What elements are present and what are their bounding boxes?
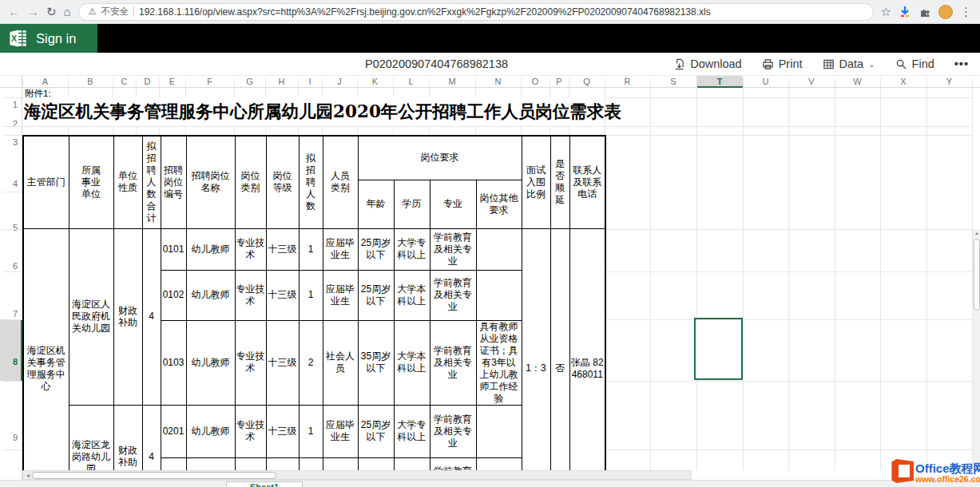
column-header-V[interactable]: V bbox=[808, 77, 814, 86]
forward-icon[interactable]: → bbox=[27, 6, 39, 18]
cell-person[interactable]: 应届毕业生 bbox=[323, 405, 358, 457]
row-header-7[interactable]: 7 bbox=[13, 309, 18, 319]
header-post-name[interactable]: 招聘岗位名称 bbox=[186, 136, 235, 228]
column-header-O[interactable]: O bbox=[532, 77, 539, 86]
bookmark-star-icon[interactable]: ☆ bbox=[881, 6, 891, 18]
sign-in-button[interactable]: Sign in bbox=[36, 31, 76, 46]
cell-name[interactable]: 幼儿教师 bbox=[186, 270, 235, 320]
cell-grade[interactable]: 十三级 bbox=[266, 320, 299, 405]
vertical-scrollbar[interactable]: ▴ bbox=[972, 229, 980, 470]
horizontal-scroll-thumb[interactable] bbox=[32, 472, 276, 479]
cell-count[interactable]: 1 bbox=[299, 270, 323, 320]
cell-name[interactable]: 幼儿教师 bbox=[186, 405, 235, 457]
cell-unit-type[interactable]: 财政补助 bbox=[113, 228, 142, 405]
row-header-3[interactable]: 3 bbox=[13, 137, 18, 147]
column-header-A[interactable]: A bbox=[42, 77, 48, 86]
more-button[interactable]: ••• bbox=[954, 57, 969, 70]
header-count[interactable]: 拟招聘人数 bbox=[299, 136, 323, 228]
cell-age[interactable]: 25周岁以下 bbox=[358, 228, 394, 270]
cell-code[interactable]: 0103 bbox=[161, 320, 186, 405]
column-header-Y[interactable]: Y bbox=[946, 77, 952, 86]
header-interview-ratio[interactable]: 面试入围比例 bbox=[522, 136, 550, 228]
column-header-W[interactable]: W bbox=[853, 77, 861, 86]
row-header-5[interactable]: 5 bbox=[13, 223, 18, 232]
cell-major[interactable]: 学前教育及相关专业 bbox=[430, 270, 476, 320]
header-post-type[interactable]: 岗位类别 bbox=[235, 136, 266, 228]
cell-type[interactable]: 专业技术 bbox=[235, 228, 266, 270]
cell-count[interactable]: 1 bbox=[299, 405, 323, 457]
cell-interview-ratio[interactable]: 1：3 bbox=[522, 228, 550, 487]
column-header-T[interactable]: T bbox=[717, 77, 723, 86]
profile-avatar[interactable] bbox=[938, 5, 953, 19]
column-header-X[interactable]: X bbox=[900, 77, 906, 86]
row-headers[interactable]: 123456789 bbox=[0, 88, 22, 487]
header-post-grade[interactable]: 岗位等级 bbox=[266, 136, 299, 228]
column-header-H[interactable]: H bbox=[279, 77, 285, 86]
cell-edu[interactable]: 大学专科以上 bbox=[394, 405, 430, 457]
selected-row-header[interactable] bbox=[0, 319, 22, 381]
row-header-4[interactable]: 4 bbox=[13, 179, 18, 188]
cell-other[interactable] bbox=[476, 405, 522, 457]
home-icon[interactable]: ⌂ bbox=[64, 6, 71, 18]
column-header-B[interactable]: B bbox=[87, 77, 93, 86]
cell-type[interactable]: 专业技术 bbox=[235, 405, 266, 457]
download-manager-extension-icon[interactable] bbox=[899, 6, 911, 18]
header-post-code[interactable]: 招聘岗位编号 bbox=[161, 136, 186, 228]
extensions-puzzle-icon[interactable] bbox=[919, 6, 931, 18]
cell-name[interactable]: 幼儿教师 bbox=[186, 228, 235, 270]
cell-code[interactable]: 0102 bbox=[161, 270, 186, 320]
header-total[interactable]: 拟招聘人数合计 bbox=[142, 136, 161, 228]
header-extendable[interactable]: 是否顺延 bbox=[550, 136, 569, 228]
column-header-L[interactable]: L bbox=[408, 77, 413, 86]
cell-person[interactable]: 应届毕业生 bbox=[323, 270, 358, 320]
column-header-M[interactable]: M bbox=[448, 77, 455, 86]
cell-count[interactable]: 2 bbox=[299, 320, 323, 405]
data-button[interactable]: Data ⌄ bbox=[823, 57, 875, 70]
cell-unit[interactable]: 海淀区人民政府机关幼儿园 bbox=[69, 228, 113, 405]
cell-major[interactable]: 学前教育及相关专业 bbox=[430, 228, 476, 270]
header-dept[interactable]: 主管部门 bbox=[23, 136, 69, 228]
column-header-N[interactable]: N bbox=[495, 77, 502, 86]
cell-major[interactable]: 学前教育及相关专业 bbox=[430, 320, 476, 405]
column-header-U[interactable]: U bbox=[763, 77, 769, 86]
cell-other[interactable] bbox=[476, 228, 522, 270]
column-header-D[interactable]: D bbox=[145, 77, 151, 86]
column-header-Q[interactable]: Q bbox=[583, 77, 590, 86]
cell-grade[interactable]: 十三级 bbox=[266, 270, 299, 320]
header-education[interactable]: 学历 bbox=[394, 180, 430, 228]
cell-code[interactable]: 0201 bbox=[161, 405, 186, 457]
cell-code[interactable]: 0101 bbox=[161, 228, 186, 270]
cell-edu[interactable]: 大学本科以上 bbox=[394, 270, 430, 320]
column-header-P[interactable]: P bbox=[556, 77, 561, 86]
cell-grade[interactable]: 十三级 bbox=[266, 405, 299, 457]
cell-major[interactable]: 学前教育及相关专业 bbox=[430, 405, 476, 457]
column-headers[interactable]: ABCDEFGHIJKLMNOPQRSTUVWXY bbox=[0, 76, 980, 88]
scroll-left-icon[interactable]: ◂ bbox=[24, 471, 32, 480]
select-all-corner[interactable] bbox=[0, 76, 22, 88]
cell-type[interactable]: 专业技术 bbox=[235, 320, 266, 405]
row-header-2[interactable]: 2 bbox=[13, 119, 18, 129]
download-button[interactable]: Download bbox=[673, 57, 742, 70]
horizontal-scrollbar[interactable]: ◂ bbox=[22, 470, 692, 480]
row-header-9[interactable]: 9 bbox=[13, 433, 18, 442]
cell-other[interactable]: 具有教师从业资格证书；具有3年以上幼儿教师工作经验 bbox=[476, 320, 522, 405]
cell-edu[interactable]: 大学本科以上 bbox=[394, 320, 430, 405]
row-header-8[interactable]: 8 bbox=[13, 357, 18, 366]
column-header-J[interactable]: J bbox=[337, 77, 342, 86]
cell-count[interactable]: 1 bbox=[299, 228, 323, 270]
cell-person[interactable]: 社会人员 bbox=[323, 320, 358, 405]
refresh-icon[interactable]: ↻ bbox=[46, 6, 57, 18]
cell-name[interactable]: 幼儿教师 bbox=[186, 320, 235, 405]
cell-grade[interactable]: 十三级 bbox=[266, 228, 299, 270]
sheet-tab[interactable]: Sheet1 bbox=[226, 481, 303, 487]
header-major[interactable]: 专业 bbox=[430, 180, 476, 228]
column-header-S[interactable]: S bbox=[670, 77, 676, 86]
cell-age[interactable]: 35周岁以下 bbox=[358, 320, 394, 405]
cell-age[interactable]: 25周岁以下 bbox=[358, 270, 394, 320]
cell-age[interactable]: 25周岁以下 bbox=[358, 405, 394, 457]
cell-extendable[interactable]: 否 bbox=[550, 228, 569, 487]
back-icon[interactable]: ← bbox=[8, 6, 20, 18]
vertical-scroll-thumb[interactable] bbox=[974, 239, 980, 311]
cell-person[interactable]: 应届毕业生 bbox=[323, 228, 358, 270]
header-unit-type[interactable]: 单位性质 bbox=[113, 136, 142, 228]
